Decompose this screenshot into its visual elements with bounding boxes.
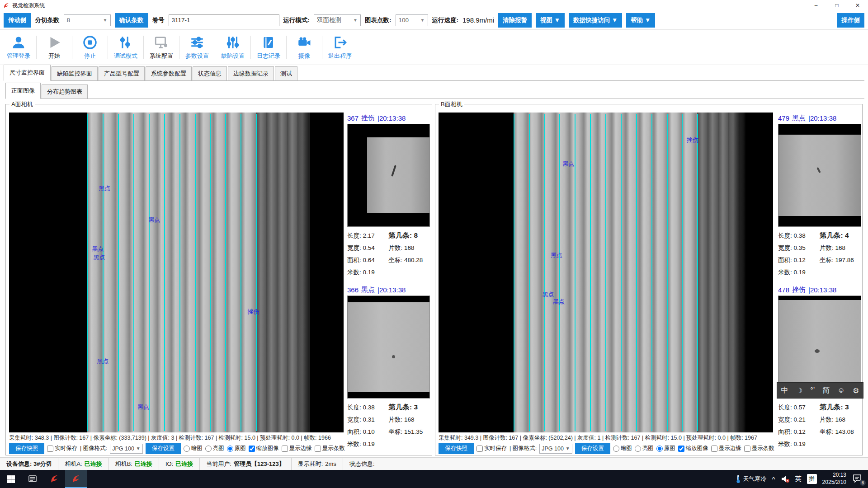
subtab-1[interactable]: 正面图像 [5, 83, 41, 99]
strip-edge-line [133, 114, 134, 431]
original-image-radio[interactable]: 原图 [227, 445, 246, 452]
subtab-2[interactable]: 分布趋势图表 [42, 84, 88, 99]
defect-card-479[interactable]: 479黑点|20:13:38长度: 0.38第几条: 4宽度: 0.35片数: … [778, 113, 861, 278]
view-menu-button[interactable]: 视图 ▼ [536, 13, 565, 28]
strip-edge-line [529, 114, 530, 431]
show-count-checkbox[interactable]: 显示条数 [744, 445, 774, 452]
defect-card-367[interactable]: 367挫伤|20:13:38长度: 2.17第几条: 8宽度: 0.54片数: … [347, 113, 430, 278]
ime-simplified-icon[interactable]: 简 [822, 386, 830, 395]
clock[interactable]: 20:13 2025/2/10 [822, 472, 846, 486]
camera-b-image[interactable]: 挫伤黑点黑点黑点黑点 [439, 113, 773, 432]
bright-image-radio[interactable]: 亮图 [635, 445, 654, 452]
defect-stats: 长度: 0.38第几条: 4宽度: 0.35片数: 168面积: 0.12坐标:… [778, 227, 861, 278]
clear-alarm-button[interactable]: 清除报警 [498, 13, 532, 28]
taskbar-app-inspection[interactable] [43, 470, 65, 488]
defect-time: |20:13:38 [808, 286, 836, 294]
close-button[interactable]: ✕ [847, 0, 868, 11]
show-edge-checkbox[interactable]: 显示边缘 [711, 445, 741, 452]
start-button[interactable] [0, 470, 22, 488]
minimize-button[interactable]: – [806, 0, 826, 11]
stop-button[interactable]: 停止 [73, 35, 107, 60]
defect-type: 黑点 [792, 114, 806, 122]
ime-halfwidth-icon[interactable]: ☽ [796, 386, 802, 395]
image-format-select[interactable]: JPG 100▼ [539, 444, 572, 454]
ime-punctuation-icon[interactable]: °’ [810, 386, 815, 394]
save-snapshot-button[interactable]: 保存快照 [9, 443, 44, 454]
task-view-button[interactable] [22, 470, 43, 488]
ime-language-indicator[interactable]: 英 [795, 475, 802, 483]
ime-pinyin-badge[interactable]: 拼 [807, 474, 817, 484]
bright-image-radio[interactable]: 亮图 [205, 445, 224, 452]
stat-meters: 米数: 0.19 [347, 268, 389, 277]
notification-center-button[interactable]: 6 [852, 473, 863, 485]
log-icon [261, 35, 276, 50]
task-view-icon [28, 475, 37, 483]
thumbnail-strip-area [348, 302, 429, 392]
defect-settings-button[interactable]: 缺陷设置 [216, 35, 250, 60]
log-record-button[interactable]: 日志记录 [252, 35, 285, 60]
image-format-select[interactable]: JPG 100▼ [110, 444, 143, 454]
params-settings-button[interactable]: 参数设置 [180, 35, 214, 60]
params-sliders-icon [189, 35, 205, 50]
tab-5[interactable]: 状态信息 [193, 66, 227, 80]
camera-icon [297, 35, 312, 50]
tray-expand-chevron-icon[interactable]: ^ [772, 475, 775, 483]
stat-area: 面积: 0.12 [778, 428, 820, 436]
start-button[interactable]: 开始 [38, 35, 71, 60]
confirm-count-button[interactable]: 确认条数 [115, 13, 148, 28]
slit-count-label: 分切条数 [35, 16, 60, 24]
defect-type: 挫伤 [361, 114, 375, 122]
thumbnail-strip-area [367, 137, 429, 213]
show-edge-checkbox[interactable]: 显示边缘 [282, 445, 312, 452]
dark-image-radio[interactable]: 暗图 [184, 445, 203, 452]
debug-mode-button[interactable]: 调试模式 [109, 35, 142, 60]
zoom-image-checkbox[interactable]: 缩放图像 [249, 445, 279, 452]
taskbar-app-inspection-active[interactable] [65, 470, 87, 488]
defect-label: 黑点 [99, 184, 110, 192]
volume-muted-icon[interactable] [781, 475, 790, 483]
data-quick-access-menu-button[interactable]: 数据快捷访问 ▼ [569, 13, 622, 28]
image-format-label: | 图像格式: [509, 445, 537, 452]
camera-a-image[interactable]: 黑点黑点黑点黑点挫伤黑点黑点 [9, 113, 344, 432]
drive-side-button[interactable]: 传动侧 [4, 13, 31, 28]
capture-button[interactable]: 摄像 [288, 35, 321, 60]
defect-card-478[interactable]: 478挫伤|20:13:38长度: 0.57第几条: 3宽度: 0.21片数: … [778, 284, 861, 450]
ime-emoji-icon[interactable]: ☺ [838, 386, 845, 394]
zoom-image-checkbox[interactable]: 缩放图像 [678, 445, 708, 452]
roll-number-input[interactable] [169, 14, 279, 26]
defect-card-header: 479黑点|20:13:38 [778, 113, 861, 124]
realtime-save-checkbox[interactable]: 实时保存 [476, 445, 507, 452]
play-icon [47, 35, 62, 50]
strip-edge-line [590, 114, 591, 431]
chart-points-select[interactable]: 100▼ [396, 14, 428, 26]
operate-side-button[interactable]: 操作侧 [837, 13, 865, 28]
tab-1[interactable]: 尺寸监控界面 [4, 65, 51, 81]
save-settings-button[interactable]: 保存设置 [575, 443, 610, 454]
ime-mode-chinese[interactable]: 中 [781, 386, 788, 395]
show-count-checkbox[interactable]: 显示条数 [315, 445, 345, 452]
admin-login-button[interactable]: 管理登录 [2, 35, 35, 60]
tab-6[interactable]: 边缘数据记录 [228, 66, 274, 80]
exit-program-button[interactable]: 退出程序 [323, 35, 357, 60]
original-image-radio[interactable]: 原图 [656, 445, 675, 452]
run-mode-select[interactable]: 双面检测▼ [314, 14, 361, 26]
divider [143, 36, 144, 59]
realtime-save-checkbox[interactable]: 实时保存 [47, 445, 77, 452]
weather-widget[interactable]: 天气寒冷 [735, 474, 767, 483]
slit-count-select[interactable]: 8▼ [64, 14, 111, 26]
defect-card-366[interactable]: 366黑点|20:13:38长度: 0.38第几条: 3宽度: 0.31片数: … [347, 284, 430, 450]
tab-2[interactable]: 缺陷监控界面 [52, 66, 98, 80]
help-menu-button[interactable]: 帮助 ▼ [626, 13, 655, 28]
divider [286, 36, 287, 59]
tab-7[interactable]: 测试 [275, 66, 297, 80]
ime-settings-gear-icon[interactable]: ⚙ [853, 386, 859, 395]
stat-area: 面积: 0.64 [347, 256, 389, 264]
system-config-button[interactable]: 系统配置 [145, 35, 178, 60]
save-snapshot-button[interactable]: 保存快照 [439, 443, 474, 454]
dark-image-radio[interactable]: 暗图 [613, 445, 632, 452]
maximize-button[interactable]: □ [826, 0, 847, 11]
tab-4[interactable]: 系统参数配置 [146, 66, 192, 80]
save-settings-button[interactable]: 保存设置 [146, 443, 181, 454]
tab-3[interactable]: 产品型号配置 [99, 66, 145, 80]
divider [322, 36, 322, 59]
